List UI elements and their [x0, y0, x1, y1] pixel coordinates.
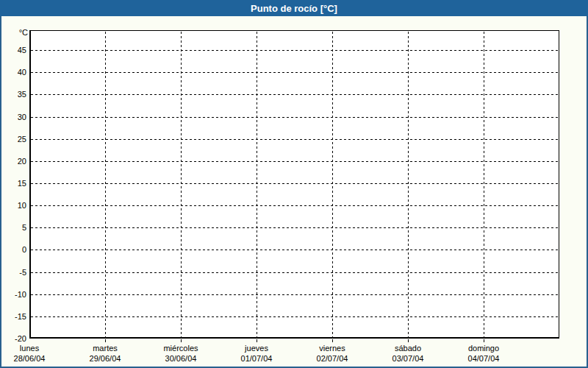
chart-title: Punto de rocío [°C] — [251, 3, 337, 14]
y-tick-label: 45 — [0, 45, 26, 55]
x-day-name-label: sábado — [373, 344, 443, 353]
y-tick-label: 5 — [0, 222, 26, 233]
y-tick-label: 10 — [0, 200, 26, 210]
x-date-label: 04/07/04 — [448, 354, 519, 364]
x-date-label: 30/06/04 — [146, 354, 216, 364]
chart-window: Punto de rocío [°C] 454035302520151050-5… — [0, 0, 588, 368]
plot-area — [29, 30, 559, 339]
y-tick-label: -20 — [0, 333, 26, 344]
x-date-label: 01/07/04 — [221, 354, 292, 364]
x-date-label: 03/07/04 — [373, 354, 443, 364]
title-bar: Punto de rocío [°C] — [0, 0, 588, 16]
y-tick-label: 25 — [0, 134, 26, 144]
y-tick-label: 15 — [0, 178, 26, 188]
y-tick-label: 35 — [0, 89, 26, 99]
x-day-name-label: jueves — [221, 344, 292, 353]
y-tick-label: -5 — [0, 267, 26, 277]
y-tick-label: -10 — [0, 289, 26, 300]
x-date-label: 02/07/04 — [297, 354, 368, 364]
y-tick-label: -15 — [0, 311, 26, 322]
x-day-name-label: lunes — [0, 344, 65, 353]
x-day-name-label: miércoles — [146, 344, 216, 353]
y-axis-unit-label: °C — [0, 27, 28, 38]
x-date-label: 28/06/04 — [0, 354, 65, 364]
x-date-label: 29/06/04 — [70, 354, 140, 364]
x-day-name-label: domingo — [448, 344, 519, 353]
y-tick-label: 0 — [0, 244, 26, 255]
x-day-name-label: viernes — [297, 344, 368, 353]
x-day-name-label: martes — [70, 344, 140, 353]
y-tick-label: 30 — [0, 112, 26, 122]
y-tick-label: 20 — [0, 156, 26, 166]
y-tick-label: 40 — [0, 67, 26, 77]
